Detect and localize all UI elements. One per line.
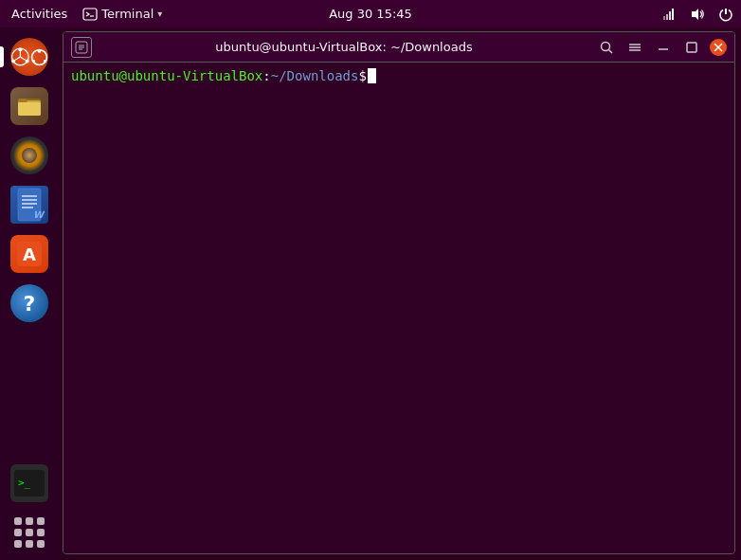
grid-dot: [37, 540, 45, 548]
power-icon[interactable]: [718, 7, 733, 22]
dock-item-writer[interactable]: W: [8, 183, 51, 226]
svg-rect-16: [18, 102, 41, 116]
maximize-button[interactable]: [681, 37, 702, 58]
grid-dot: [14, 540, 22, 548]
svg-line-34: [609, 49, 613, 53]
svg-rect-17: [18, 99, 27, 102]
terminal-cursor: [368, 68, 376, 83]
dock-item-appgrid[interactable]: [8, 511, 51, 554]
svg-rect-4: [669, 11, 671, 20]
help-icon: ?: [10, 284, 48, 322]
svg-line-13: [20, 57, 25, 60]
network-icon[interactable]: [661, 7, 677, 22]
svg-rect-39: [687, 43, 696, 52]
terminal-menu-icon: [82, 7, 98, 22]
ubuntu-logo-icon: [10, 38, 48, 76]
svg-point-33: [602, 42, 610, 50]
svg-point-9: [11, 59, 15, 63]
grid-dot: [26, 529, 33, 536]
svg-rect-2: [663, 16, 665, 20]
files-icon: [10, 87, 48, 125]
new-tab-button[interactable]: [71, 37, 92, 58]
appstore-icon: A: [10, 235, 48, 273]
writer-icon: W: [10, 186, 48, 224]
svg-line-12: [15, 57, 20, 60]
grid-dot: [26, 517, 33, 525]
svg-text:>_: >_: [18, 477, 31, 489]
top-bar: Activities Terminal ▾ Aug 30 15:45: [0, 0, 741, 27]
top-bar-center: Aug 30 15:45: [329, 7, 412, 21]
terminal-dock-icon: >_: [10, 464, 48, 502]
prompt-colon: :: [262, 68, 270, 83]
terminal-titlebar: ubuntu@ubuntu-VirtualBox: ~/Downloads: [63, 32, 734, 63]
rhythmbox-icon: [10, 136, 48, 174]
titlebar-actions: [596, 37, 727, 58]
terminal-content[interactable]: ubuntu@ubuntu-VirtualBox : ~/Downloads $: [63, 63, 734, 553]
dock-item-ubuntu[interactable]: [8, 35, 51, 79]
minimize-button[interactable]: [653, 37, 674, 58]
terminal-title: ubuntu@ubuntu-VirtualBox: ~/Downloads: [215, 40, 472, 54]
grid-dot: [14, 517, 22, 525]
svg-rect-5: [672, 9, 674, 20]
grid-dot: [14, 529, 22, 536]
search-button[interactable]: [596, 37, 617, 58]
apps-grid-icon: [10, 514, 48, 551]
svg-text:A: A: [23, 244, 36, 264]
grid-dot: [37, 517, 45, 525]
top-bar-left: Activities Terminal ▾: [8, 5, 162, 23]
dock-item-terminal[interactable]: >_: [8, 461, 51, 505]
grid-dot: [26, 540, 33, 548]
terminal-prompt: ubuntu@ubuntu-VirtualBox : ~/Downloads $: [71, 68, 727, 83]
svg-point-8: [18, 47, 22, 51]
svg-point-10: [26, 59, 29, 63]
datetime-display: Aug 30 15:45: [329, 7, 412, 21]
grid-dot: [37, 529, 45, 536]
terminal-window: ubuntu@ubuntu-VirtualBox: ~/Downloads: [63, 31, 735, 554]
terminal-menu-arrow: ▾: [157, 9, 162, 19]
dock: W A ? >_: [0, 27, 59, 560]
terminal-menu-label: Terminal: [101, 7, 154, 21]
grid-dots: [14, 517, 45, 548]
svg-rect-3: [666, 14, 668, 20]
prompt-directory: ~/Downloads: [271, 68, 359, 83]
volume-icon[interactable]: [690, 7, 705, 22]
svg-marker-6: [692, 9, 698, 20]
main-layout: W A ? >_: [0, 27, 741, 560]
rhythmbox-inner: [22, 148, 37, 163]
titlebar-left: [71, 37, 92, 58]
terminal-menu[interactable]: Terminal ▾: [82, 7, 162, 22]
menu-button[interactable]: [624, 37, 645, 58]
svg-text:W: W: [33, 209, 45, 220]
prompt-user-host: ubuntu@ubuntu-VirtualBox: [71, 68, 262, 83]
dock-item-software[interactable]: A: [8, 232, 51, 276]
activities-button[interactable]: Activities: [8, 5, 71, 23]
prompt-dollar: $: [358, 68, 366, 83]
dock-item-files[interactable]: [8, 84, 51, 128]
dock-item-rhythmbox[interactable]: [8, 134, 51, 177]
top-bar-right: [661, 7, 733, 22]
dock-item-help[interactable]: ?: [8, 281, 51, 325]
close-button[interactable]: [710, 39, 727, 56]
